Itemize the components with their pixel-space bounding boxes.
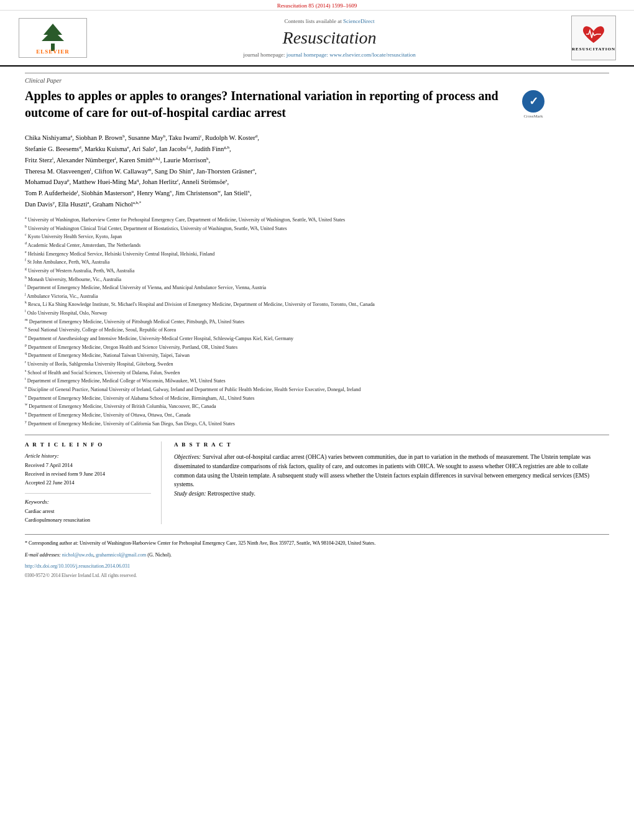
affiliation-r: r University of Borås, Sahlgrenska Unive…	[25, 359, 609, 368]
author-3: Susanne Mayb,	[128, 134, 168, 141]
homepage-link[interactable]: journal homepage: www.elsevier.com/locat…	[287, 52, 416, 58]
crossmark-circle: ✓	[522, 90, 544, 113]
author-7: Markku Kuismae,	[85, 145, 132, 152]
top-citation-bar: Resuscitation 85 (2014) 1599–1609	[0, 0, 634, 11]
journal-header: ELSEVIER Contents lists available at Sci…	[0, 11, 634, 67]
author-24: Siobhán Mastersonu,	[81, 190, 137, 196]
author-2: Siobhan P. Brownb,	[76, 134, 128, 141]
affiliation-j: j Ambulance Victoria, Vic., Australia	[25, 292, 609, 300]
author-18: Jan-Thorsten Gräsnero,	[196, 168, 257, 175]
affiliation-p: p Department of Emergency Medicine, Oreg…	[25, 343, 609, 351]
affiliation-q: q Department of Emergency Medicine, Nati…	[25, 351, 609, 359]
email-label: E-mail addresses:	[25, 552, 61, 558]
abstract-text: Objectives: Survival after out-of-hospit…	[174, 453, 609, 499]
article-info-column: A R T I C L E I N F O Article history: R…	[25, 441, 162, 524]
author-13: Karen Smithg,h,j,	[119, 157, 163, 164]
author-1: Chika Nishiyamaa,	[25, 134, 76, 141]
abstract-header: A B S T R A C T	[174, 441, 609, 448]
crossmark-icon: ✓	[529, 95, 538, 108]
author-16: Clifton W. Callawaym,	[94, 168, 155, 175]
article-info-header: A R T I C L E I N F O	[25, 441, 151, 448]
keywords-label: Keywords:	[25, 499, 151, 505]
doi-line: http://dx.doi.org/10.1016/j.resuscitatio…	[25, 563, 609, 570]
divider	[25, 493, 151, 494]
corresponding-author-note: * Corresponding author at: University of…	[25, 540, 609, 547]
affiliation-d: d Academic Medical Center, Amsterdam, Th…	[25, 241, 609, 249]
article-title: Apples to apples or apples to oranges? I…	[25, 88, 510, 121]
affiliation-f: f St John Ambulance, Perth, WA, Australi…	[25, 257, 609, 266]
main-content: Clinical Paper Apples to apples or apple…	[0, 67, 634, 586]
author-10: Judith Finng,h,	[195, 145, 231, 152]
crossmark-label: CrossMark	[523, 114, 543, 119]
author-23: Tom P. Aufderheidet,	[25, 190, 81, 196]
author-12: Alexander Nümbergeri,	[57, 157, 119, 164]
email-attribution: (G. Nichol).	[147, 552, 172, 558]
affiliation-m: m Department of Emergency Medicine, Univ…	[25, 317, 609, 326]
author-20: Matthew Huei-Ming Maq,	[73, 178, 142, 185]
affiliation-c: c Kyoto University Health Service, Kyoto…	[25, 232, 609, 241]
elsevier-logo-area: ELSEVIER	[12, 16, 93, 60]
author-25: Henry Wangv,	[137, 190, 175, 196]
affiliation-v: v Department of Emergency Medicine, Univ…	[25, 394, 609, 402]
email-graham[interactable]: grahamnicol@gmail.com	[96, 552, 146, 558]
affiliations-section: a University of Washington, Harborview C…	[25, 215, 609, 427]
affiliation-t: t Department of Emergency Medicine, Medi…	[25, 376, 609, 385]
author-9: Ian Jacobsf,g,	[159, 145, 195, 152]
keywords-list: Cardiac arrest Cardiopulmonary resuscita…	[25, 507, 151, 524]
author-5: Rudolph W. Kosterd,	[205, 134, 259, 141]
author-28: Dan Davisy,	[25, 201, 58, 208]
contents-available-line: Contents lists available at ScienceDirec…	[106, 18, 553, 24]
author-11: Fritz Sterzi,	[25, 157, 57, 164]
received-date: Received 7 April 2014	[25, 461, 151, 470]
author-26: Jim Christensonw,	[175, 190, 224, 196]
author-14: Laurie Morrisonk,	[163, 157, 210, 164]
article-info-abstract-section: A R T I C L E I N F O Article history: R…	[25, 435, 609, 524]
affiliation-y: y Department of Emergency Medicine, Univ…	[25, 419, 609, 428]
journal-logo-box: RESUSCITATION	[571, 16, 616, 60]
author-21: Johan Herlitzr,	[142, 178, 181, 185]
objectives-text: Survival after out-of-hospital cardiac a…	[174, 454, 590, 487]
homepage-line: journal homepage: journal homepage: www.…	[106, 52, 553, 58]
corresponding-text: * Corresponding author at: University of…	[25, 540, 375, 546]
author-17: Sang Do Shinn,	[155, 168, 196, 175]
resuscitation-logo-icon	[580, 24, 607, 47]
title-crossmark-row: Apples to apples or apples to oranges? I…	[25, 88, 609, 127]
affiliation-i: i Department of Emergency Medicine, Medi…	[25, 283, 609, 292]
homepage-text: journal homepage:	[243, 52, 286, 58]
author-22: Anneli Strömsöes,	[181, 178, 229, 185]
elsevier-logo-box: ELSEVIER	[19, 18, 87, 58]
affiliation-u: u Discipline of General Practice, Nation…	[25, 385, 609, 394]
crossmark-badge[interactable]: ✓ CrossMark	[522, 90, 544, 119]
affiliation-e: e Helsinki Emergency Medical Service, He…	[25, 249, 609, 258]
journal-logo-area: RESUSCITATION	[566, 16, 622, 60]
svg-text:ELSEVIER: ELSEVIER	[36, 48, 70, 53]
footer-notes: * Corresponding author at: University of…	[25, 534, 609, 579]
journal-header-center: Contents lists available at ScienceDirec…	[93, 16, 566, 60]
citation-text: Resuscitation 85 (2014) 1599–1609	[277, 2, 357, 9]
affiliation-g: g University of Western Australia, Perth…	[25, 266, 609, 275]
author-4: Taku Iwamic,	[168, 134, 205, 141]
study-design-label: Study design:	[174, 491, 206, 497]
affiliation-x: x Department of Emergency Medicine, Univ…	[25, 410, 609, 419]
sciencedirect-link[interactable]: ScienceDirect	[343, 18, 374, 24]
doi-link[interactable]: http://dx.doi.org/10.1016/j.resuscitatio…	[25, 563, 130, 569]
article-history-label: Article history:	[25, 453, 151, 459]
affiliation-a: a University of Washington, Harborview C…	[25, 215, 609, 224]
affiliation-b: b University of Washington Clinical Tria…	[25, 224, 609, 233]
study-design-text: Retrospective study.	[208, 491, 255, 497]
author-27: Ian Stiellx,	[224, 190, 251, 196]
affiliation-k: k Rescu, Li Ka Shing Knowledge Institute…	[25, 300, 609, 308]
author-15: Theresa M. Olasveengenl,	[25, 168, 94, 175]
page: Resuscitation 85 (2014) 1599–1609 ELSEVI…	[0, 0, 634, 840]
abstract-column: A B S T R A C T Objectives: Survival aft…	[174, 441, 609, 524]
svg-marker-2	[42, 30, 64, 41]
author-8: Ari Saloe,	[132, 145, 159, 152]
keyword-2: Cardiopulmonary resuscitation	[25, 516, 151, 525]
email-nichol[interactable]: nichol@uw.edu	[62, 552, 93, 558]
affiliation-n: n Seoul National University, College of …	[25, 325, 609, 334]
affiliation-l: l Oslo University Hospital, Oslo, Norway	[25, 308, 609, 317]
accepted-date: Accepted 22 June 2014	[25, 479, 151, 487]
author-6: Stefanie G. Beesemsd,	[25, 145, 85, 152]
keyword-1: Cardiac arrest	[25, 507, 151, 516]
email-line: E-mail addresses: nichol@uw.edu, grahamn…	[25, 552, 609, 559]
